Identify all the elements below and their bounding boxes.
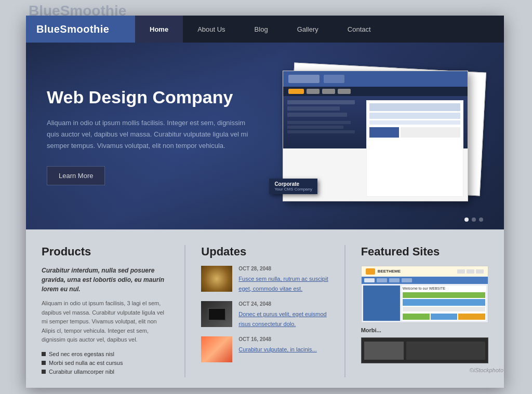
products-column: Products Curabitur interdum, nulla sed p…: [42, 245, 169, 377]
featured-title: Featured Sites: [361, 245, 488, 259]
hero-section: Web Design Company Aliquam in odio ut ip…: [26, 43, 504, 229]
hero-description: Aliquam in odio ut ipsum mollis facilisi…: [47, 117, 255, 152]
hero-title: Web Design Company: [47, 87, 255, 108]
featured-site-2: [361, 337, 488, 363]
dot-1[interactable]: [464, 218, 469, 222]
products-title: Products: [42, 245, 169, 259]
mini-logo-text: BEETHEME: [378, 269, 401, 274]
nav-pill-2: [322, 89, 335, 94]
featured-column: Featured Sites BEETHEME: [344, 245, 488, 377]
mini-nav-2: [377, 278, 387, 282]
mini-block-1: [403, 292, 485, 298]
featured-2-dark: [364, 342, 404, 360]
nav-pill-active: [288, 89, 304, 94]
update-item-3: OCT 16, 2048 Curabitur vulputate, in lac…: [201, 336, 328, 362]
mini-block-2: [403, 299, 485, 306]
site-logo: BlueSmoothie: [26, 16, 135, 43]
bullet-icon-3: [42, 370, 46, 374]
nav-home[interactable]: Home: [135, 16, 183, 43]
corporate-label: Corporate Your CMS Company: [269, 179, 317, 194]
mini-site-nav: [362, 277, 488, 284]
bullet-text-3: Curabitur ullamcorper nibl: [49, 369, 114, 375]
nav-pill-3: [338, 89, 351, 94]
dot-3[interactable]: [479, 218, 483, 222]
updates-title: Updates: [201, 245, 328, 259]
update-date-1: OCT 28, 2048: [238, 266, 328, 271]
nav-pill-1: [307, 89, 320, 94]
nav-contact[interactable]: Contact: [333, 16, 385, 43]
screenshot-right-col: [366, 100, 463, 197]
bullet-icon-1: [42, 352, 46, 356]
hero-content: Web Design Company Aliquam in odio ut ip…: [47, 87, 255, 185]
hero-screenshot: Corporate Your CMS Company: [265, 63, 483, 209]
nav-blog[interactable]: Blog: [240, 16, 283, 43]
screenshot-nav: [283, 87, 468, 96]
site-header: BlueSmoothie Home About Us Blog Gallery …: [26, 16, 504, 43]
website-container: BlueSmoothie Home About Us Blog Gallery …: [26, 16, 504, 388]
watermark: ©iStockphoto: [469, 367, 503, 373]
mini-site-header: BEETHEME: [362, 266, 488, 277]
nav-about[interactable]: About Us: [183, 16, 240, 43]
products-body: Aliquam in odio ut ipsum facilisis, 3 la…: [42, 299, 169, 345]
mini-nav-1: [364, 278, 375, 282]
mini-logo-icon: [366, 268, 375, 275]
mini-main: Welcome to our WEBSITE: [402, 286, 486, 321]
update-thumb-1: [201, 266, 232, 292]
bullet-text-1: Sed nec eros egestas nisl: [49, 351, 114, 357]
bullet-item-3: Curabitur ullamcorper nibl: [42, 369, 169, 375]
mini-welcome: Welcome to our WEBSITE: [403, 287, 485, 290]
products-subtitle: Curabitur interdum, nulla sed posuere gr…: [42, 266, 169, 294]
update-date-2: OCT 24, 2048: [238, 301, 328, 307]
site-nav: Home About Us Blog Gallery Contact: [135, 16, 504, 43]
mini-site-body: Welcome to our WEBSITE: [362, 284, 488, 322]
hero-image: Corporate Your CMS Company: [265, 63, 483, 209]
update-date-3: OCT 16, 2048: [238, 336, 328, 342]
featured-2-mid: [406, 342, 485, 360]
update-link-3[interactable]: Curabitur vulputate, in lacinis...: [238, 346, 316, 352]
bullet-item-1: Sed nec eros egestas nisl: [42, 351, 169, 357]
updates-column: Updates OCT 28, 2048 Fusce sem nulla, ru…: [184, 245, 328, 377]
nav-gallery[interactable]: Gallery: [283, 16, 333, 43]
update-meta-3: OCT 16, 2048 Curabitur vulputate, in lac…: [238, 336, 328, 354]
corporate-subtitle: Your CMS Company: [274, 187, 312, 192]
dot-2[interactable]: [472, 218, 476, 222]
mini-nav-4: [402, 278, 412, 282]
mini-sidebar: [363, 286, 400, 321]
learn-more-button[interactable]: Learn More: [47, 166, 105, 185]
mini-nav-3: [389, 278, 400, 282]
hero-dots: [464, 218, 483, 222]
update-meta-2: OCT 24, 2048 Donec et purus velit, eget …: [238, 301, 328, 328]
update-item-1: OCT 28, 2048 Fusce sem nulla, rutrum ac …: [201, 266, 328, 293]
featured-label-1: Morbi...: [361, 327, 488, 333]
update-link-1[interactable]: Fusce sem nulla, rutrum ac suscipit eget…: [238, 276, 328, 292]
featured-site-1: BEETHEME Welco: [361, 266, 488, 323]
products-list: Sed nec eros egestas nisl Morbi sed null…: [42, 351, 169, 375]
update-meta-1: OCT 28, 2048 Fusce sem nulla, rutrum ac …: [238, 266, 328, 293]
bullet-icon-2: [42, 361, 46, 365]
mini-block-3: [403, 307, 485, 311]
update-thumb-2: [201, 301, 232, 327]
update-item-2: OCT 24, 2048 Donec et purus velit, eget …: [201, 301, 328, 328]
bullet-item-2: Morbi sed nulla ac est cursus: [42, 360, 169, 366]
bottom-section: Products Curabitur interdum, nulla sed p…: [26, 229, 504, 388]
update-thumb-3: [201, 336, 232, 362]
bullet-text-2: Morbi sed nulla ac est cursus: [49, 360, 123, 366]
screenshot-header: [283, 71, 468, 87]
corporate-title: Corporate: [274, 181, 312, 187]
update-link-2[interactable]: Donec et purus velit, eget euismod risus…: [238, 311, 326, 327]
